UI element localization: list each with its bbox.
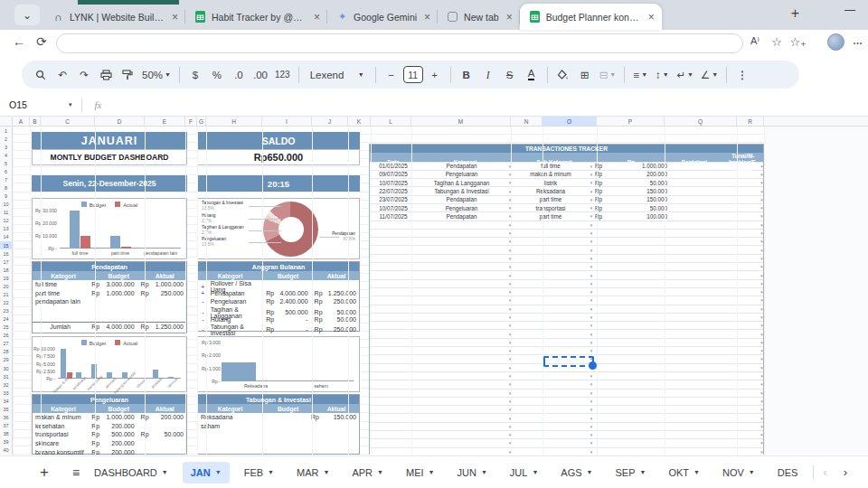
- scroll-sheets-left-icon[interactable]: ‹: [823, 465, 826, 479]
- dropdown-icon[interactable]: ▾: [588, 449, 595, 455]
- sheet-tab-caret-icon[interactable]: ▼: [268, 469, 274, 475]
- anggaran-table[interactable]: Anggran BulananKategoriBudgetAktual+Roll…: [197, 261, 360, 332]
- sheet-tab-mei[interactable]: MEI▼: [398, 462, 443, 483]
- column-header-D[interactable]: D: [95, 117, 145, 126]
- select-all-corner[interactable]: [0, 117, 13, 127]
- dropdown-icon[interactable]: ▾: [506, 332, 514, 337]
- dropdown-icon[interactable]: ▾: [588, 281, 595, 286]
- all-sheets-icon[interactable]: ≡: [72, 465, 80, 480]
- dropdown-icon[interactable]: ▾: [588, 348, 595, 353]
- dropdown-icon[interactable]: ▾: [588, 314, 595, 320]
- table-row[interactable]: -Tabungan & InvestasiRp-Rp250.000: [198, 324, 359, 333]
- tracker-empty-row[interactable]: ▾▾▾: [370, 380, 763, 388]
- tracker-empty-row[interactable]: ▾▾▾: [370, 305, 763, 313]
- dropdown-icon[interactable]: ▾: [506, 365, 514, 371]
- italic-button[interactable]: I: [478, 64, 498, 86]
- tab-search-button[interactable]: ⌄: [14, 5, 40, 25]
- browser-tab[interactable]: New tab×: [438, 4, 520, 30]
- column-header-C[interactable]: C: [41, 117, 95, 126]
- tracker-empty-row[interactable]: ▾▾▾: [370, 422, 763, 430]
- fill-color-icon[interactable]: [553, 64, 573, 86]
- pendapatan-table[interactable]: PendapatanKategoriBudgetAktualfull timeR…: [32, 261, 187, 333]
- dropdown-icon[interactable]: ▾: [506, 399, 514, 404]
- dropdown-icon[interactable]: ▾: [506, 239, 514, 244]
- dropdown-icon[interactable]: ▾: [588, 407, 595, 412]
- dropdown-icon[interactable]: ▾: [506, 180, 514, 185]
- column-header-O[interactable]: O: [542, 117, 597, 126]
- table-row[interactable]: -PengeluaranRp2.400.000Rp250.000: [198, 297, 359, 306]
- column-header-H[interactable]: H: [206, 117, 262, 126]
- profile-avatar[interactable]: [827, 33, 844, 51]
- tab-close-icon[interactable]: ×: [648, 11, 655, 23]
- sheet-tab-mar[interactable]: MAR▼: [288, 462, 337, 483]
- month-title[interactable]: JANUARI: [32, 132, 187, 149]
- tracker-row[interactable]: 22/07/2025Tabungan & Investasi▾Reksadana…: [370, 186, 763, 194]
- dropdown-icon[interactable]: ▾: [506, 205, 514, 211]
- redo-icon[interactable]: ↷: [74, 64, 94, 86]
- dropdown-icon[interactable]: ▾: [588, 205, 595, 211]
- donut-chart[interactable]: Tabungan & Investasi13,5%Hutang2,7%Tagih…: [197, 198, 360, 259]
- dropdown-icon[interactable]: ▾: [506, 416, 514, 421]
- table-row[interactable]: barang konsumtifRp200.000: [33, 447, 186, 455]
- column-header-I[interactable]: I: [262, 117, 312, 126]
- dropdown-icon[interactable]: ▾: [588, 197, 595, 202]
- sheet-tab-apr[interactable]: APR▼: [344, 462, 392, 483]
- dropdown-icon[interactable]: ▾: [588, 424, 595, 429]
- sheet-tab-okt[interactable]: OKT▼: [660, 462, 708, 483]
- text-wrap-icon[interactable]: ↵▼: [674, 64, 696, 86]
- dropdown-icon[interactable]: ▾: [506, 390, 514, 396]
- bold-button[interactable]: B: [457, 64, 476, 86]
- tracker-empty-row[interactable]: ▾▾▾: [370, 397, 763, 405]
- tracker-row[interactable]: 10/07/2025Tagihan & Langganan▾listrik▾Rp…: [370, 178, 763, 186]
- table-row[interactable]: skincareRp200.000: [33, 439, 186, 448]
- sheet-tab-caret-icon[interactable]: ▼: [693, 469, 700, 475]
- tracker-empty-row[interactable]: ▾▾▾: [370, 430, 763, 438]
- tracker-empty-row[interactable]: ▾▾▾: [370, 270, 763, 278]
- tab-close-icon[interactable]: ×: [506, 11, 513, 23]
- dropdown-icon[interactable]: ▾: [506, 230, 514, 236]
- saldo-label[interactable]: SALDO: [197, 132, 360, 149]
- dropdown-icon[interactable]: ▾: [588, 264, 595, 269]
- table-total-row[interactable]: JumlahRp4.000.000Rp1.250.000: [33, 322, 186, 331]
- spreadsheet-grid[interactable]: ABCDEFGHIJKLMNOPQR 123456789101112131415…: [0, 117, 868, 455]
- tracker-row[interactable]: 23/07/2025Pendapatan▾part time▾Rp150.000…: [370, 195, 763, 203]
- tracker-empty-row[interactable]: ▾▾▾: [370, 371, 763, 380]
- dropdown-icon[interactable]: ▾: [506, 432, 514, 437]
- decrease-font-size-button[interactable]: −: [382, 64, 401, 86]
- browser-menu-icon[interactable]: …: [853, 35, 863, 46]
- table-row[interactable]: part timeRp1.000.000Rp250.000: [33, 289, 186, 298]
- sheet-tab-des[interactable]: DES: [769, 462, 807, 483]
- toolbar-more-icon[interactable]: ⋮: [732, 64, 752, 86]
- sheet-tab-caret-icon[interactable]: ▼: [377, 469, 383, 475]
- dropdown-icon[interactable]: ▾: [588, 213, 595, 219]
- table-row[interactable]: full timeRp3.000.000Rp1.000.000: [33, 280, 186, 289]
- column-header-Q[interactable]: Q: [665, 117, 737, 126]
- dropdown-icon[interactable]: ▾: [588, 289, 595, 295]
- dropdown-icon[interactable]: ▾: [588, 416, 595, 421]
- dropdown-icon[interactable]: ▾: [506, 213, 514, 219]
- table-row[interactable]: +Rollover / Sisa Uang: [198, 280, 359, 289]
- dropdown-icon[interactable]: ▾: [506, 314, 514, 320]
- dropdown-icon[interactable]: ▾: [588, 323, 595, 328]
- vertical-align-icon[interactable]: ↕▼: [652, 64, 672, 86]
- scroll-sheets-right-icon[interactable]: ›: [844, 465, 847, 479]
- dropdown-icon[interactable]: ▾: [506, 289, 514, 295]
- sheet-tab-caret-icon[interactable]: ▼: [429, 469, 435, 475]
- tracker-empty-row[interactable]: ▾▾▾: [370, 296, 763, 304]
- name-box-caret-icon[interactable]: ▾: [69, 101, 72, 108]
- merge-cells-icon[interactable]: ⊟▼: [597, 64, 619, 86]
- dropdown-icon[interactable]: ▾: [506, 248, 514, 253]
- tab-close-icon[interactable]: ×: [172, 11, 178, 23]
- tracker-empty-row[interactable]: ▾▾▾: [370, 245, 763, 253]
- table-row[interactable]: -HutangRp-Rp50.000: [198, 314, 359, 324]
- tracker-empty-row[interactable]: ▾▾▾: [370, 346, 763, 354]
- column-header-F[interactable]: F: [185, 117, 197, 126]
- collections-icon[interactable]: ☆₊: [789, 35, 807, 49]
- invest-chart[interactable]: Rp 3.000Rp 2.000Rp 1.000Rp -Reksadanasah…: [197, 336, 360, 392]
- search-icon[interactable]: [31, 64, 51, 86]
- tracker-empty-row[interactable]: ▾▾▾: [370, 237, 763, 245]
- new-tab-button[interactable]: +: [791, 5, 799, 22]
- browser-tab[interactable]: Habit Tracker by @nengplan×: [185, 4, 327, 30]
- dropdown-icon[interactable]: ▾: [588, 332, 595, 337]
- sheet-tab-jul[interactable]: JUL▼: [502, 462, 547, 483]
